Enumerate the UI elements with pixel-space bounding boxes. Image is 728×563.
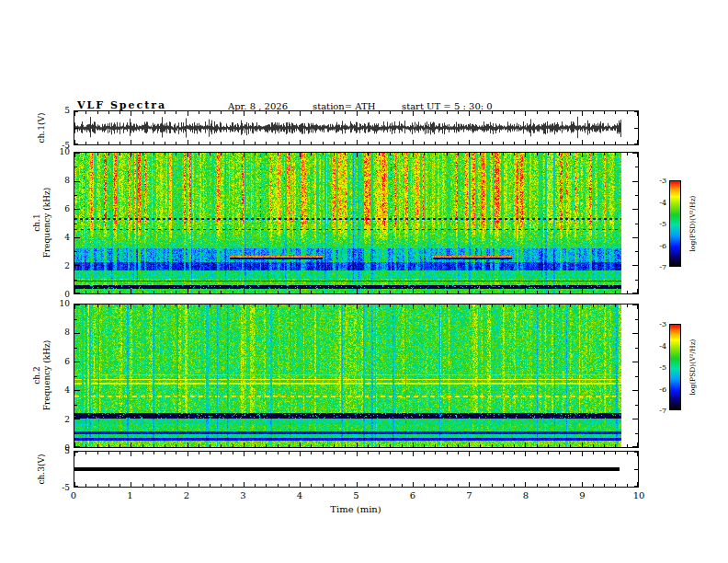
ch2-spectrogram-ylabel: ch.2 Frequency (kHz) — [32, 340, 52, 411]
y-tick-label: 10 — [60, 299, 70, 308]
y-tick-label: -5 — [62, 483, 70, 492]
y-tick-label: 2 — [64, 415, 70, 424]
ch1-waveform-ylabel: ch.1(V) — [37, 113, 47, 144]
x-tick-label: 7 — [466, 490, 472, 500]
colorbar-tick-label: -6 — [659, 385, 666, 393]
colorbar-tick-label: -5 — [659, 220, 666, 228]
x-tick-label: 9 — [579, 490, 585, 500]
y-tick-label: 10 — [60, 147, 70, 156]
colorbar-tick-label: -6 — [659, 241, 666, 249]
ch2-spectrogram-canvas — [74, 304, 638, 447]
x-tick-label: 4 — [297, 490, 302, 500]
ch2-colorbar-tick-labels: -3-4-5-6-7 — [644, 324, 666, 410]
y-tick-label: 0 — [64, 290, 70, 299]
ch1-waveform-panel — [74, 110, 639, 145]
x-tick-label: 3 — [240, 490, 245, 500]
ch1-spectrogram-ytick-labels: 1086420 — [53, 152, 70, 294]
y-tick-label: 8 — [64, 176, 70, 185]
y-tick-label: 8 — [64, 327, 70, 337]
ch2-spectrogram-axis-label: Frequency (kHz) — [42, 340, 52, 411]
ch1-waveform-ytick-labels: 5-5 — [53, 110, 70, 145]
x-tick-label: 8 — [523, 490, 529, 500]
y-tick-label: 4 — [64, 233, 70, 242]
y-tick-label: 5 — [64, 446, 70, 455]
colorbar-tick-label: -3 — [659, 320, 666, 328]
y-tick-label: 4 — [64, 385, 70, 395]
colorbar-tick-label: -7 — [659, 263, 666, 271]
ch1-waveform-canvas — [74, 111, 638, 144]
colorbar-tick-label: -3 — [659, 177, 666, 185]
x-tick-label: 5 — [353, 490, 358, 500]
x-tick-label: 1 — [127, 490, 132, 500]
ch3-waveform-ylabel: ch.3(V) — [37, 454, 47, 485]
x-axis-title: Time (min) — [330, 504, 381, 514]
ch1-colorbar-title-text: log(PSD)(V²/Hz) — [688, 195, 697, 251]
ch1-spectrogram-canvas — [74, 153, 638, 293]
x-tick-label: 10 — [633, 490, 645, 500]
y-tick-label: 5 — [64, 106, 70, 115]
ch1-colorbar-tick-labels: -3-4-5-6-7 — [644, 180, 666, 267]
ch3-waveform-panel — [74, 451, 639, 488]
ch2-spectrogram-ytick-labels: 1086420 — [53, 304, 70, 448]
ch1-waveform-ylabel-text: ch.1(V) — [37, 113, 46, 144]
ch3-waveform-ytick-labels: 5-5 — [53, 451, 70, 488]
ch1-spectrogram-ylabel: ch.1 Frequency (kHz) — [32, 188, 52, 259]
y-tick-label: 2 — [64, 261, 70, 270]
colorbar-tick-label: -4 — [659, 198, 666, 206]
colorbar-tick-label: -4 — [659, 341, 666, 350]
ch2-colorbar-gradient — [669, 324, 681, 410]
x-tick-label: 2 — [184, 490, 189, 500]
x-tick-label: 6 — [410, 490, 415, 500]
x-tick-label: 0 — [71, 490, 76, 500]
y-tick-label: 6 — [64, 204, 70, 213]
vlf-spectra-figure: VLF Spectra Apr. 8 , 2026 station= ATH s… — [0, 0, 728, 563]
ch1-spectrogram-axis-label: Frequency (kHz) — [42, 188, 52, 259]
y-tick-label: 6 — [64, 357, 70, 366]
ch2-colorbar-title-text: log(PSD)(V²/Hz) — [688, 339, 697, 395]
ch2-spectrogram-channel-label: ch.2 — [32, 340, 42, 411]
ch1-colorbar-title: log(PSD)(V²/Hz) — [688, 195, 698, 251]
colorbar-tick-label: -7 — [659, 407, 666, 415]
ch1-spectrogram-channel-label: ch.1 — [32, 188, 42, 259]
x-axis-tick-labels: 012345678910 — [74, 490, 639, 501]
colorbar-tick-label: -5 — [659, 363, 666, 372]
ch2-spectrogram-panel — [74, 304, 639, 448]
ch1-colorbar-gradient — [669, 180, 681, 267]
ch2-colorbar-title: log(PSD)(V²/Hz) — [688, 339, 698, 395]
ch3-waveform-ylabel-text: ch.3(V) — [37, 454, 46, 485]
ch3-waveform-canvas — [74, 452, 638, 487]
ch1-spectrogram-panel — [74, 152, 639, 294]
